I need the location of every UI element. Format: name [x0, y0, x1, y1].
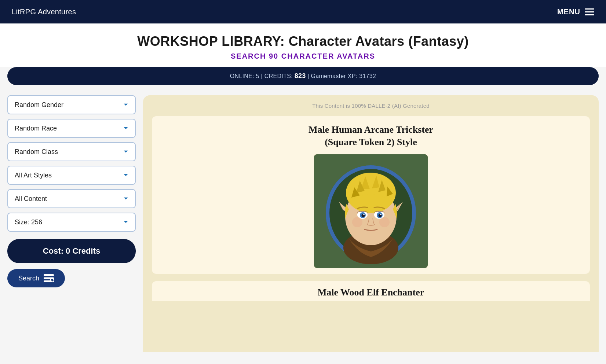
search-button[interactable]: Search — [7, 269, 65, 287]
card-grid: Male Human Arcane Trickster(Square Token… — [152, 116, 590, 301]
avatar-image — [314, 154, 428, 268]
separator-2: | — [307, 73, 311, 79]
svg-point-33 — [352, 217, 362, 227]
avatar-portrait-svg — [314, 154, 428, 268]
credits-value: 823 — [295, 72, 306, 80]
content-area: This Content is 100% DALLE-2 (AI) Genera… — [143, 95, 599, 352]
navbar: LitRPG Adventures MENU — [0, 0, 606, 23]
svg-point-32 — [380, 214, 382, 215]
svg-point-31 — [363, 214, 365, 215]
online-status: ONLINE: 5 — [230, 73, 259, 79]
brand-logo[interactable]: LitRPG Adventures — [12, 8, 76, 16]
sidebar: Random Gender Male Female Random Race Hu… — [7, 95, 143, 352]
cost-button[interactable]: Cost: 0 Credits — [7, 239, 136, 263]
menu-label: MENU — [557, 8, 580, 16]
subtitle-count: 90 — [269, 52, 278, 60]
svg-rect-0 — [44, 274, 54, 276]
ai-notice: This Content is 100% DALLE-2 (AI) Genera… — [152, 103, 590, 109]
gender-dropdown[interactable]: Random Gender Male Female — [7, 95, 136, 114]
class-dropdown[interactable]: Random Class Warrior Mage Rogue — [7, 142, 136, 161]
menu-button[interactable]: MENU — [557, 8, 594, 16]
credits-label: CREDITS: — [264, 73, 295, 79]
svg-point-34 — [379, 217, 390, 227]
page-header: WORKSHOP LIBRARY: Character Avatars (Fan… — [0, 23, 606, 67]
search-button-label: Search — [18, 275, 39, 282]
avatar-card-title: Male Human Arcane Trickster(Square Token… — [161, 124, 581, 148]
avatar-card-partial: Male Wood Elf Enchanter — [152, 281, 590, 301]
content-dropdown[interactable]: All Content SFW Only — [7, 189, 136, 208]
subtitle-prefix: SEARCH — [231, 52, 269, 60]
avatar-image-container — [161, 154, 581, 268]
page-title: WORKSHOP LIBRARY: Character Avatars (Fan… — [7, 34, 599, 49]
hamburger-icon — [585, 8, 594, 15]
main-content: Random Gender Male Female Random Race Hu… — [0, 85, 606, 352]
separator-1: | — [261, 73, 264, 79]
art-style-dropdown[interactable]: All Art Styles Square Token 1 Square Tok… — [7, 166, 136, 185]
partial-card-title: Male Wood Elf Enchanter — [161, 287, 581, 298]
race-dropdown[interactable]: Random Race Human Elf Dwarf — [7, 119, 136, 138]
subtitle-suffix: CHARACTER AVATARS — [278, 52, 375, 60]
page-subtitle: SEARCH 90 CHARACTER AVATARS — [7, 52, 599, 60]
xp-value: Gamemaster XP: 31732 — [311, 73, 376, 79]
status-bar: ONLINE: 5 | CREDITS: 823 | Gamemaster XP… — [7, 67, 599, 85]
size-dropdown[interactable]: Size: 256 Size: 512 Size: 1024 — [7, 213, 136, 232]
search-results-icon — [44, 274, 54, 282]
avatar-card: Male Human Arcane Trickster(Square Token… — [152, 116, 590, 274]
